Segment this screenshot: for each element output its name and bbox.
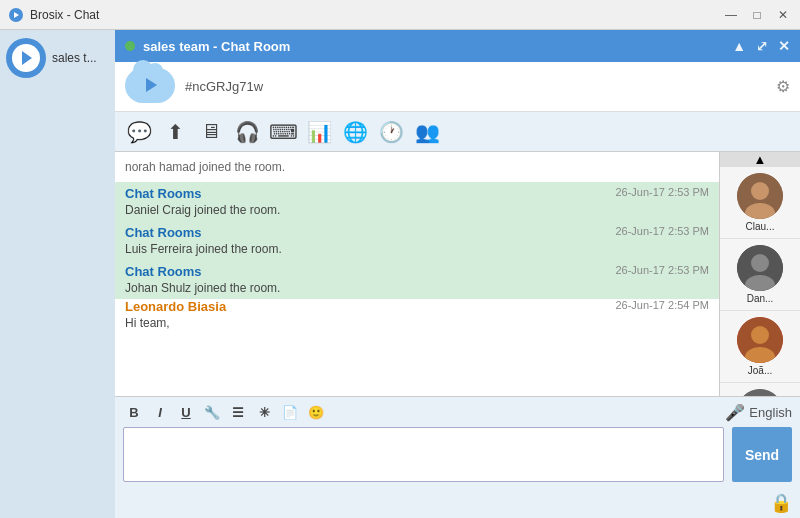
window-title: Brosix - Chat <box>30 8 722 22</box>
svg-point-11 <box>737 389 783 396</box>
member-avatar <box>737 317 783 363</box>
globe-icon[interactable]: 🌐 <box>341 118 369 146</box>
member-item[interactable]: Joã... <box>720 311 800 383</box>
keyboard-icon[interactable]: ⌨ <box>269 118 297 146</box>
member-item[interactable]: Clau... <box>720 167 800 239</box>
input-area: B I U 🔧 ☰ ✳ 📄 🙂 🎤 English Send 🔒 <box>115 396 800 518</box>
cloud-avatar <box>125 68 175 106</box>
presentation-icon[interactable]: 📊 <box>305 118 333 146</box>
message-block: 26-Jun-17 2:53 PM Chat Rooms Johan Shulz… <box>115 260 719 299</box>
member-avatar <box>737 389 783 396</box>
user-hash-name: #ncGRJg71w <box>185 79 263 94</box>
close-button[interactable]: ✕ <box>774 6 792 24</box>
members-scroll-up[interactable]: ▲ <box>720 152 800 167</box>
bold-button[interactable]: B <box>123 401 145 423</box>
app-icon <box>8 7 24 23</box>
message-text: Hi team, <box>125 316 709 330</box>
chat-header: sales team - Chat Room ▲ ⤢ ✕ <box>115 30 800 62</box>
add-emoticon-icon[interactable]: 💬 <box>125 118 153 146</box>
screen-share-icon[interactable]: 🖥 <box>197 118 225 146</box>
member-name: Dan... <box>747 293 774 304</box>
headset-icon[interactable]: 🎧 <box>233 118 261 146</box>
member-avatar <box>737 245 783 291</box>
sidebar-username: sales t... <box>52 51 97 65</box>
message-block: 26-Jun-17 2:53 PM Chat Rooms Daniel Crai… <box>115 182 719 221</box>
settings-icon[interactable]: ⚙ <box>776 77 790 96</box>
italic-button[interactable]: I <box>149 401 171 423</box>
main-container: sales t... sales team - Chat Room ▲ ⤢ ✕ … <box>0 30 800 518</box>
sidebar: sales t... <box>0 30 115 518</box>
emoticon-icon[interactable]: 🙂 <box>305 401 327 423</box>
chat-room-title: sales team - Chat Room <box>143 39 732 54</box>
member-name: Joã... <box>748 365 772 376</box>
document-icon[interactable]: 📄 <box>279 401 301 423</box>
input-row: Send <box>115 427 800 490</box>
lock-icon: 🔒 <box>770 492 792 514</box>
svg-point-9 <box>751 326 769 344</box>
minimize-button[interactable]: — <box>722 6 740 24</box>
member-item[interactable]: Joh... <box>720 383 800 396</box>
sidebar-user-item[interactable]: sales t... <box>6 38 109 78</box>
members-panel: ▲ Clau... <box>720 152 800 396</box>
window-controls: — □ ✕ <box>722 6 792 24</box>
play-icon <box>22 51 32 65</box>
formatting-bar: B I U 🔧 ☰ ✳ 📄 🙂 🎤 English <box>115 397 800 427</box>
upload-icon[interactable]: ⬆ <box>161 118 189 146</box>
close-chat-icon[interactable]: ✕ <box>778 38 790 54</box>
language-label: English <box>749 405 792 420</box>
message-block: 26-Jun-17 2:54 PM Leonardo Biasia Hi tea… <box>125 299 709 330</box>
title-bar: Brosix - Chat — □ ✕ <box>0 0 800 30</box>
member-name: Clau... <box>746 221 775 232</box>
message-text: Johan Shulz joined the room. <box>125 281 709 295</box>
status-dot <box>125 41 135 51</box>
chat-header-icons: ▲ ⤢ ✕ <box>732 38 790 54</box>
cloud-shape <box>125 68 175 103</box>
message-time: 26-Jun-17 2:54 PM <box>615 299 709 311</box>
messages-panel[interactable]: norah hamad joined the room. 26-Jun-17 2… <box>115 152 720 396</box>
message-time: 26-Jun-17 2:53 PM <box>615 186 709 198</box>
right-panel: sales team - Chat Room ▲ ⤢ ✕ #ncGRJg71w … <box>115 30 800 518</box>
group-icon[interactable]: 👥 <box>413 118 441 146</box>
system-message: norah hamad joined the room. <box>125 160 709 174</box>
avatar-inner <box>12 44 40 72</box>
message-time: 26-Jun-17 2:53 PM <box>615 264 709 276</box>
clock-icon[interactable]: 🕐 <box>377 118 405 146</box>
toolbar: 💬 ⬆ 🖥 🎧 ⌨ 📊 🌐 🕐 👥 <box>115 112 800 152</box>
send-button[interactable]: Send <box>732 427 792 482</box>
tool-icon[interactable]: 🔧 <box>201 401 223 423</box>
message-text: Luis Ferreira joined the room. <box>125 242 709 256</box>
content-area: norah hamad joined the room. 26-Jun-17 2… <box>115 152 800 396</box>
collapse-icon[interactable]: ▲ <box>732 38 746 54</box>
popout-icon[interactable]: ⤢ <box>756 38 768 54</box>
svg-point-6 <box>751 254 769 272</box>
message-time: 26-Jun-17 2:53 PM <box>615 225 709 237</box>
user-info-bar: #ncGRJg71w ⚙ <box>115 62 800 112</box>
avatar <box>6 38 46 78</box>
maximize-button[interactable]: □ <box>748 6 766 24</box>
message-input[interactable] <box>123 427 724 482</box>
svg-point-3 <box>751 182 769 200</box>
cloud-play-icon <box>146 78 157 92</box>
member-item[interactable]: Dan... <box>720 239 800 311</box>
message-block: 26-Jun-17 2:53 PM Chat Rooms Luis Ferrei… <box>115 221 719 260</box>
message-text: Daniel Craig joined the room. <box>125 203 709 217</box>
sparkle-icon[interactable]: ✳ <box>253 401 275 423</box>
mic-icon: 🎤 <box>725 403 745 422</box>
list-icon[interactable]: ☰ <box>227 401 249 423</box>
underline-button[interactable]: U <box>175 401 197 423</box>
member-avatar <box>737 173 783 219</box>
